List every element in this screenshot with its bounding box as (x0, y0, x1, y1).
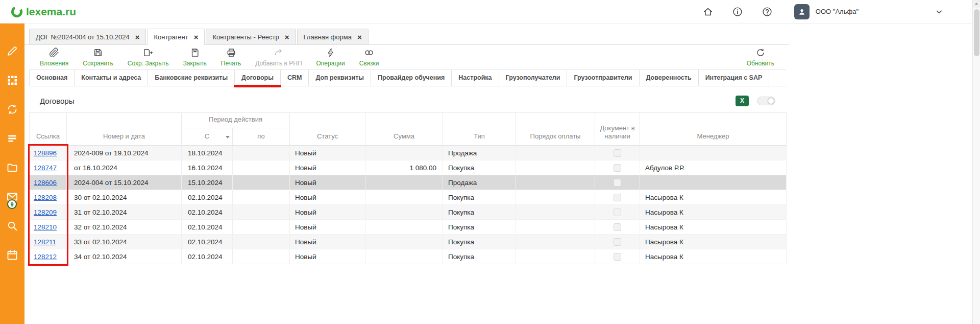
sidebar-item-modules[interactable] (6, 74, 18, 86)
column-header-doc-available[interactable]: Документ в наличии (595, 113, 640, 146)
cell-number: 32 от 02.10.2024 (67, 220, 182, 235)
scrollbar-thumb[interactable] (974, 9, 979, 56)
sidebar-item-calendar[interactable] (6, 249, 18, 261)
tab-close-icon[interactable]: × (285, 33, 289, 41)
subtab[interactable]: CRM (281, 70, 309, 86)
sidebar-item-sync[interactable] (6, 103, 18, 115)
contract-link[interactable]: 128896 (34, 149, 57, 157)
cell-status: Новый (290, 190, 365, 205)
info-icon[interactable] (732, 6, 743, 17)
column-header-date-from[interactable]: С (182, 128, 233, 146)
toolbar-button-label: Обновить (747, 60, 774, 67)
mail-badge: 9 (7, 199, 17, 209)
cell-type: Продажа (443, 175, 516, 190)
table-row[interactable]: 12821234 от 02.10.202402.10.2024НовыйПок… (30, 249, 787, 264)
table-row[interactable]: 1286062024-004 от 15.10.202415.10.2024Но… (30, 175, 787, 190)
contract-link[interactable]: 128212 (34, 253, 57, 261)
contract-link[interactable]: 128208 (34, 194, 57, 201)
contract-link[interactable]: 128211 (34, 238, 56, 246)
tab-close-icon[interactable]: × (135, 33, 140, 41)
cell-type: Продажа (443, 146, 516, 160)
sidebar-item-reports[interactable] (6, 132, 18, 145)
table-row[interactable]: 12820931 от 02.10.202402.10.2024НовыйПок… (30, 205, 787, 220)
subtab[interactable]: Контакты и адреса (75, 70, 148, 86)
cell-number: 33 от 02.10.2024 (67, 235, 182, 249)
toolbar-button-print[interactable]: Печать (214, 48, 248, 67)
cell-payment-order (516, 220, 595, 235)
sidebar-item-search[interactable] (6, 220, 18, 232)
doc-available-checkbox[interactable] (614, 149, 621, 157)
column-header-type[interactable]: Тип (443, 113, 516, 146)
avatar[interactable] (794, 4, 810, 19)
toggle-knob-icon (768, 98, 774, 104)
tab-close-icon[interactable]: × (357, 33, 362, 41)
table-row[interactable]: 12821133 от 02.10.202402.10.2024НовыйПок… (30, 235, 787, 249)
toolbar-button-links[interactable]: Связки (352, 48, 386, 67)
column-header-link[interactable]: Ссылка (30, 113, 67, 146)
table-row[interactable]: 1288962024-009 от 19.10.202418.10.2024Но… (30, 146, 787, 160)
contract-link[interactable]: 128210 (34, 223, 57, 231)
subtab[interactable]: Провайдер обучения (371, 70, 452, 86)
document-tab[interactable]: ДОГ №2024-004 от 15.10.2024× (29, 29, 146, 44)
column-header-amount[interactable]: Сумма (365, 113, 443, 146)
doc-available-checkbox[interactable] (614, 238, 621, 246)
document-tab[interactable]: Контрагент× (147, 29, 205, 44)
cell-amount (365, 175, 443, 190)
contract-link[interactable]: 128209 (34, 209, 57, 216)
subtab[interactable]: Договоры (235, 70, 281, 86)
scroll-up-arrow-icon[interactable] (973, 0, 980, 8)
chain-icon (364, 48, 374, 58)
toolbar-button-operations[interactable]: Операции (309, 48, 352, 67)
doc-available-checkbox[interactable] (614, 253, 621, 261)
left-sidebar: 9 (0, 24, 24, 324)
tab-close-icon[interactable]: × (194, 33, 199, 41)
subtab[interactable]: Настройка (452, 70, 499, 86)
subtab[interactable]: Основная (30, 70, 75, 86)
tab-label: Контрагент (154, 33, 188, 41)
table-row[interactable]: 12821032 от 02.10.202402.10.2024НовыйПок… (30, 220, 787, 235)
lexema-logo[interactable]: lexema.ru (10, 5, 76, 18)
document-tab[interactable]: Контрагенты - Реестр× (206, 29, 296, 44)
sidebar-item-documents[interactable] (6, 161, 18, 174)
main-content: ДОГ №2024-004 от 15.10.2024×Контрагент×К… (24, 24, 789, 324)
subtab[interactable]: Грузополучатели (499, 70, 568, 86)
cell-amount: 1 080.00 (365, 160, 443, 175)
doc-available-checkbox[interactable] (614, 223, 621, 231)
column-header-number[interactable]: Номер и дата (67, 113, 182, 146)
toolbar-button-save-close[interactable]: Сохр. Закрыть (120, 48, 176, 67)
doc-available-checkbox[interactable] (614, 164, 621, 172)
table-settings-toggle[interactable] (757, 97, 775, 105)
doc-available-checkbox[interactable] (614, 194, 621, 201)
calendar-icon (6, 249, 18, 261)
column-header-date-to[interactable]: по (233, 128, 290, 146)
column-header-payment-order[interactable]: Порядок оплаты (516, 113, 595, 146)
column-header-status[interactable]: Статус (290, 113, 365, 146)
sidebar-item-mail[interactable]: 9 (6, 191, 18, 203)
subtab[interactable]: Грузоотправители (567, 70, 639, 86)
subtab[interactable]: Доверенность (640, 70, 699, 86)
toolbar-button-attachments[interactable]: Вложения (33, 48, 76, 67)
document-tab[interactable]: Главная форма× (297, 29, 369, 44)
table-row[interactable]: 128747от 16.10.202416.10.2024Новый1 080.… (30, 160, 787, 175)
help-icon[interactable] (762, 6, 773, 17)
home-icon[interactable] (702, 6, 714, 17)
doc-available-checkbox[interactable] (614, 179, 621, 187)
doc-available-checkbox[interactable] (614, 209, 621, 216)
export-excel-button[interactable]: X (736, 96, 749, 106)
table-row[interactable]: 12820830 от 02.10.202402.10.2024НовыйПок… (30, 190, 787, 205)
toolbar-button-close[interactable]: Закрыть (176, 48, 214, 67)
chevron-down-icon[interactable] (934, 7, 944, 17)
contract-link[interactable]: 128747 (34, 164, 57, 172)
toolbar-button-save[interactable]: Сохранить (76, 48, 120, 67)
cell-manager: Насырова К (640, 249, 787, 264)
vertical-scrollbar[interactable] (972, 0, 980, 324)
subtab[interactable]: Интеграция с SAP (699, 70, 770, 86)
contract-link[interactable]: 128606 (34, 179, 57, 187)
subtab[interactable]: Доп реквизиты (309, 70, 371, 86)
toolbar-left: ВложенияСохранитьСохр. ЗакрытьЗакрытьПеч… (33, 48, 386, 67)
toolbar-button-add-to-rnp[interactable]: Добавить в РНП (248, 48, 309, 67)
sidebar-item-edit[interactable] (6, 45, 18, 57)
column-header-manager[interactable]: Менеджер (640, 113, 787, 146)
toolbar-button-refresh[interactable]: Обновить (740, 48, 781, 67)
subtab[interactable]: Банковские реквизиты (148, 70, 235, 86)
